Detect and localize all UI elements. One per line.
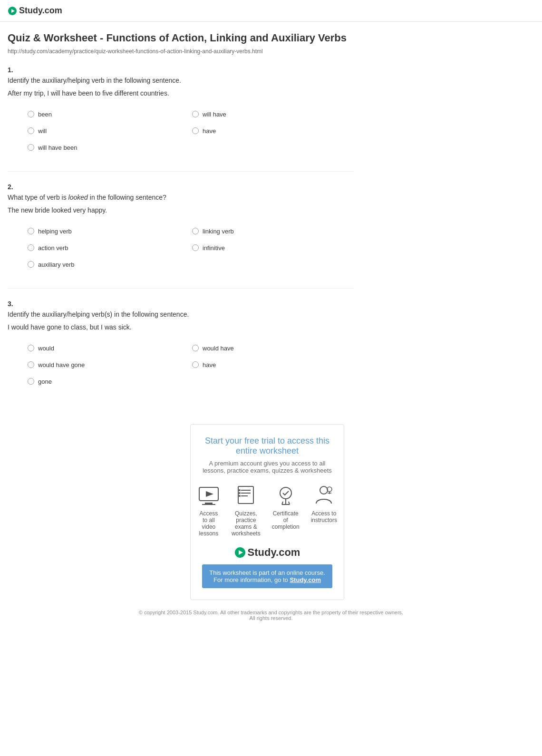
option-label-q2-action-verb: action verb	[38, 244, 68, 252]
upsell-logo-text: Study.com	[248, 546, 300, 559]
option-q1-have[interactable]: have	[189, 123, 354, 139]
svg-point-12	[239, 495, 241, 497]
study-logo-icon	[8, 6, 17, 16]
page-title: Quiz & Worksheet - Functions of Action, …	[8, 31, 354, 45]
radio-q1-will-have[interactable]	[192, 111, 199, 117]
radio-q2-helping-verb[interactable]	[28, 228, 34, 234]
svg-rect-6	[238, 486, 253, 504]
option-label-q2-auxiliary-verb: auxiliary verb	[38, 261, 75, 268]
option-label-q1-will-have-been: will have been	[38, 144, 77, 151]
question-2-sentence: The new bride looked very happy.	[8, 205, 354, 215]
radio-q3-would[interactable]	[28, 345, 34, 351]
option-label-q3-would: would	[38, 345, 54, 352]
footer-rights: All rights reserved.	[0, 615, 542, 621]
svg-point-10	[239, 489, 241, 491]
footer: © copyright 2003-2015 Study.com. All oth…	[0, 610, 542, 630]
certificate-icon	[274, 484, 297, 506]
header: Study.com	[0, 0, 542, 22]
option-label-q2-infinitive: infinitive	[203, 244, 225, 252]
certificate-icon-svg	[274, 484, 297, 506]
option-q3-have[interactable]: have	[189, 357, 354, 373]
radio-q2-auxiliary-verb[interactable]	[28, 261, 34, 268]
upsell-wrapper: Start your free trial to access this ent…	[95, 424, 352, 600]
option-q2-infinitive[interactable]: infinitive	[189, 240, 354, 256]
option-q2-auxiliary-verb[interactable]: auxiliary verb	[25, 256, 354, 273]
upsell-subtitle: A premium account gives you access to al…	[202, 460, 332, 474]
option-label-q1-will: will	[38, 127, 47, 135]
svg-point-18	[320, 486, 328, 494]
feature-instructors: Access to instructors	[311, 484, 337, 537]
cta-link[interactable]: Study.com	[290, 576, 321, 583]
question-1-options: been will have will have will have been	[25, 106, 354, 156]
main-content: Quiz & Worksheet - Functions of Action, …	[0, 22, 361, 415]
option-label-q1-will-have: will have	[203, 111, 226, 118]
divider-2	[8, 288, 354, 289]
radio-q3-have[interactable]	[192, 361, 199, 368]
svg-marker-3	[206, 491, 213, 497]
logo[interactable]: Study.com	[8, 6, 62, 16]
option-label-q2-helping-verb: helping verb	[38, 228, 72, 235]
question-3-sentence: I would have gone to class, but I was si…	[8, 322, 354, 332]
question-2-options: helping verb linking verb action verb in…	[25, 223, 354, 273]
radio-q2-linking-verb[interactable]	[192, 228, 199, 234]
question-2-text: What type of verb is looked in the follo…	[8, 193, 354, 203]
radio-q2-action-verb[interactable]	[28, 244, 34, 251]
question-3-options: would would have would have gone have go…	[25, 340, 354, 390]
feature-certificate: Certificate of completion	[272, 484, 300, 537]
option-q3-would-have-gone[interactable]: would have gone	[25, 357, 189, 373]
option-label-q1-been: been	[38, 111, 52, 118]
question-1-sentence: After my trip, I will have been to five …	[8, 88, 354, 98]
option-q1-will-have-been[interactable]: will have been	[25, 139, 354, 156]
radio-q1-will-have-been[interactable]	[28, 144, 34, 151]
radio-q1-have[interactable]	[192, 127, 199, 134]
radio-q3-would-have-gone[interactable]	[28, 361, 34, 368]
option-q2-linking-verb[interactable]: linking verb	[189, 223, 354, 240]
svg-point-11	[239, 492, 241, 494]
option-label-q2-linking-verb: linking verb	[203, 228, 234, 235]
option-q3-gone[interactable]: gone	[25, 373, 354, 390]
quizzes-icon	[234, 484, 257, 506]
upsell-logo[interactable]: Study.com	[202, 546, 332, 559]
question-1-text: Identify the auxiliary/helping verb in t…	[8, 76, 354, 86]
feature-video-lessons-label: Access to all video lessons	[197, 510, 220, 537]
radio-q1-will[interactable]	[28, 127, 34, 134]
question-1: 1. Identify the auxiliary/helping verb i…	[8, 66, 354, 156]
list-icon-svg	[234, 484, 257, 506]
question-2-italic-word: looked	[68, 194, 88, 201]
page-url: http://study.com/academy/practice/quiz-w…	[8, 48, 354, 55]
option-label-q1-have: have	[203, 127, 216, 135]
video-lessons-icon	[197, 484, 220, 506]
option-label-q3-would-have-gone: would have gone	[38, 361, 85, 368]
upsell-logo-icon	[234, 547, 246, 558]
question-2-text-after: in the following sentence?	[88, 194, 166, 201]
option-q1-been[interactable]: been	[25, 106, 189, 123]
question-2-text-before: What type of verb is	[8, 194, 68, 201]
cta-bar: This worksheet is part of an online cour…	[202, 564, 332, 588]
option-q3-would[interactable]: would	[25, 340, 189, 357]
radio-q3-gone[interactable]	[28, 378, 34, 385]
person-icon-svg	[312, 484, 335, 506]
video-icon-svg	[197, 484, 220, 506]
option-q1-will[interactable]: will	[25, 123, 189, 139]
option-q2-helping-verb[interactable]: helping verb	[25, 223, 189, 240]
svg-rect-5	[202, 504, 215, 505]
feature-quizzes: Quizzes, practice exams & worksheets	[232, 484, 261, 537]
svg-point-13	[280, 487, 291, 499]
divider-1	[8, 171, 354, 172]
upsell-banner: Start your free trial to access this ent…	[190, 424, 344, 600]
option-label-q3-have: have	[203, 361, 216, 368]
question-1-number: 1.	[8, 66, 354, 74]
question-3-number: 3.	[8, 300, 354, 308]
upsell-title: Start your free trial to access this ent…	[202, 436, 332, 456]
option-q3-would-have[interactable]: would have	[189, 340, 354, 357]
feature-video-lessons: Access to all video lessons	[197, 484, 220, 537]
question-3-text: Identify the auxiliary/helping verb(s) i…	[8, 310, 354, 320]
logo-text: Study.com	[19, 6, 62, 16]
option-q2-action-verb[interactable]: action verb	[25, 240, 189, 256]
radio-q3-would-have[interactable]	[192, 345, 199, 351]
option-label-q3-would-have: would have	[203, 345, 234, 352]
option-label-q3-gone: gone	[38, 378, 52, 385]
radio-q1-been[interactable]	[28, 111, 34, 117]
option-q1-will-have[interactable]: will have	[189, 106, 354, 123]
radio-q2-infinitive[interactable]	[192, 244, 199, 251]
